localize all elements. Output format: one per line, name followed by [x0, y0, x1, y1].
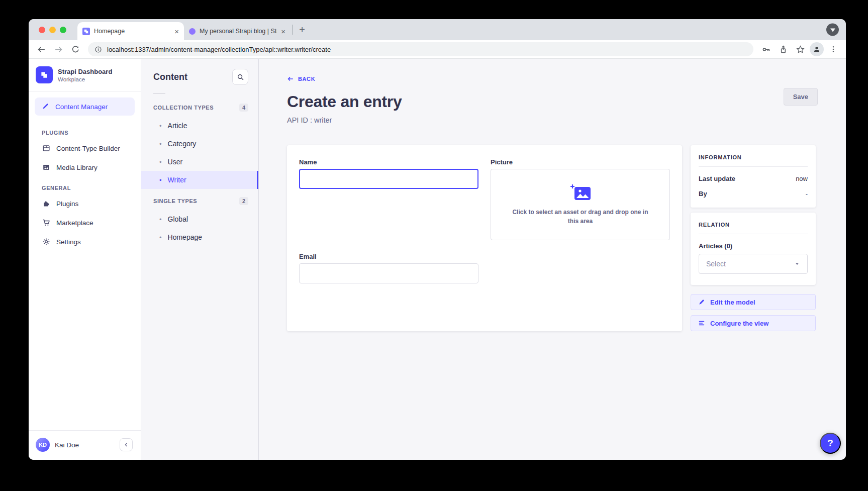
edit-model-button[interactable]: Edit the model — [691, 294, 816, 310]
subnav-header: Content — [141, 59, 258, 91]
single-types-header: SINGLE TYPES 2 — [141, 189, 258, 210]
back-link[interactable]: BACK — [287, 75, 315, 82]
information-header: INFORMATION — [699, 154, 808, 160]
sidebar-item-content-manager[interactable]: Content Manager — [35, 97, 135, 116]
close-tab-icon[interactable]: × — [174, 28, 179, 35]
close-window-button[interactable] — [39, 27, 45, 33]
person-icon — [813, 45, 821, 53]
subnav-item-label: Homepage — [168, 233, 203, 241]
brand-block: Strapi Dashboard Workplace — [29, 59, 141, 91]
picture-upload-dropzone[interactable]: Click to select an asset or drag and dro… — [491, 169, 670, 240]
info-value: now — [796, 175, 808, 182]
panel-divider — [699, 234, 808, 234]
bullet-icon: • — [159, 140, 162, 148]
count-badge: 2 — [239, 197, 248, 205]
tab-homepage[interactable]: Homepage × — [77, 22, 184, 40]
sidebar-section-general: GENERAL — [29, 177, 141, 194]
subnav-item-writer[interactable]: • Writer — [141, 171, 258, 189]
browser-tab-strip: Homepage × My personal Strapi blog | Str… — [29, 19, 846, 40]
information-panel: INFORMATION Last update now By - — [691, 145, 816, 208]
user-avatar[interactable]: KD — [36, 438, 50, 452]
sidebar-item-label: Content-Type Builder — [56, 145, 120, 152]
share-button[interactable] — [776, 42, 791, 57]
sidebar-item-label: Plugins — [56, 200, 78, 208]
back-button[interactable] — [34, 42, 49, 57]
workspace-subtitle: Workplace — [58, 76, 112, 82]
search-icon — [237, 73, 244, 81]
close-tab-icon[interactable]: × — [281, 28, 285, 35]
sidebar-item-marketplace[interactable]: Marketplace — [29, 213, 141, 232]
sidebar-item-label: Content Manager — [55, 103, 108, 111]
browser-profile-chevron-button[interactable] — [826, 24, 839, 36]
subnav-item-user[interactable]: • User — [141, 153, 258, 171]
panel-divider — [699, 166, 808, 167]
page-title: Create an entry — [287, 92, 818, 111]
email-label: Email — [299, 253, 478, 260]
save-button[interactable]: Save — [784, 88, 818, 106]
form-grid: Name Picture — [299, 158, 670, 283]
help-button[interactable]: ? — [820, 433, 841, 454]
reload-button[interactable] — [68, 42, 83, 57]
collapse-sidebar-button[interactable] — [120, 438, 133, 451]
articles-relation-label: Articles (0) — [699, 242, 808, 250]
sidebar-item-content-type-builder[interactable]: Content-Type Builder — [29, 139, 141, 158]
configure-view-button[interactable]: Configure the view — [691, 315, 816, 331]
meta-sidebar: INFORMATION Last update now By - — [691, 145, 816, 331]
info-row-last-update: Last update now — [699, 175, 808, 182]
add-image-icon — [570, 184, 591, 201]
url-text: localhost:1337/admin/content-manager/col… — [107, 46, 331, 53]
bullet-icon: • — [159, 158, 162, 166]
minimize-window-button[interactable] — [49, 27, 56, 33]
name-input[interactable] — [299, 169, 478, 189]
subnav-title: Content — [153, 72, 187, 82]
browser-window: Homepage × My personal Strapi blog | Str… — [29, 19, 846, 460]
sidebar-user-footer: KD Kai Doe — [29, 430, 141, 460]
search-button[interactable] — [232, 69, 248, 85]
puzzle-icon — [42, 200, 50, 208]
address-bar[interactable]: localhost:1337/admin/content-manager/col… — [88, 42, 753, 56]
strapi-admin-app: Strapi Dashboard Workplace Content Manag… — [29, 59, 846, 460]
strapi-favicon-icon — [82, 28, 90, 35]
subnav-item-article[interactable]: • Article — [141, 117, 258, 135]
user-name: Kai Doe — [55, 441, 115, 449]
sidebar-section-plugins: PLUGINS — [29, 122, 141, 139]
forward-button[interactable] — [51, 42, 66, 57]
sidebar-item-media-library[interactable]: Media Library — [29, 158, 141, 177]
bookmark-star-button[interactable] — [793, 42, 808, 57]
content-subnav: Content COLLECTION TYPES 4 • Article • C… — [141, 59, 259, 460]
back-arrow-icon — [287, 75, 294, 82]
info-label: By — [699, 190, 707, 198]
sidebar-item-plugins[interactable]: Plugins — [29, 194, 141, 213]
kebab-menu-icon — [829, 45, 837, 53]
api-id-subtitle: API ID : writer — [287, 116, 818, 124]
browser-profile-avatar[interactable] — [810, 42, 824, 56]
subnav-item-category[interactable]: • Category — [141, 135, 258, 153]
tab-strapi-blog[interactable]: My personal Strapi blog | Strap × — [184, 22, 291, 40]
browser-toolbar: localhost:1337/admin/content-manager/col… — [29, 40, 846, 59]
main-navigation: Strapi Dashboard Workplace Content Manag… — [29, 59, 141, 460]
chevron-left-icon — [123, 442, 129, 448]
email-field-group: Email — [299, 253, 478, 283]
email-input[interactable] — [299, 263, 478, 283]
back-arrow-icon — [37, 45, 46, 54]
articles-select[interactable]: Select — [699, 254, 808, 274]
subnav-item-homepage[interactable]: • Homepage — [141, 228, 258, 246]
subnav-item-global[interactable]: • Global — [141, 210, 258, 228]
workspace-title: Strapi Dashboard — [58, 68, 112, 75]
password-key-button[interactable] — [758, 42, 774, 57]
browser-menu-button[interactable] — [826, 42, 841, 57]
subnav-item-label: User — [168, 158, 183, 166]
subnav-divider — [153, 93, 165, 93]
subnav-item-label: Category — [168, 140, 197, 148]
select-placeholder: Select — [706, 260, 726, 268]
info-label: Last update — [699, 175, 735, 182]
sidebar-item-label: Marketplace — [56, 219, 93, 227]
new-tab-button[interactable]: + — [295, 23, 309, 37]
chevron-down-icon — [830, 29, 835, 32]
name-label: Name — [299, 158, 478, 166]
reload-icon — [71, 45, 79, 53]
sidebar-item-settings[interactable]: Settings — [29, 232, 141, 251]
layout-icon — [42, 144, 50, 152]
collection-types-header: COLLECTION TYPES 4 — [141, 95, 258, 117]
maximize-window-button[interactable] — [60, 27, 66, 33]
